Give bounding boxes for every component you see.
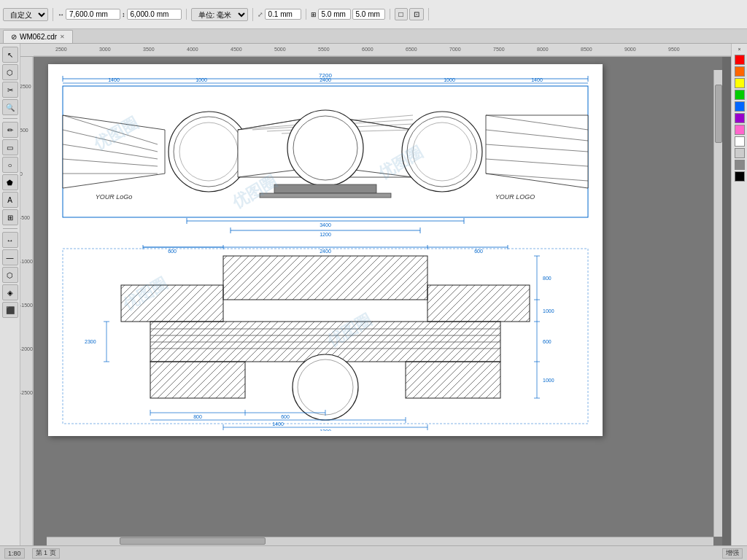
top-elevation-drawing: 7200 1400 1000 2400 1000 1400 <box>55 71 595 239</box>
nudge-input[interactable] <box>265 9 301 20</box>
text-tool[interactable]: A <box>2 192 18 208</box>
svg-text:1200: 1200 <box>320 429 331 431</box>
svg-text:800: 800 <box>193 414 202 419</box>
tab-close-icon[interactable]: ✕ <box>60 34 65 40</box>
width-input[interactable] <box>66 9 120 20</box>
svg-text:6500: 6500 <box>406 47 417 52</box>
color-red[interactable] <box>735 55 745 65</box>
svg-text:2400: 2400 <box>320 249 331 254</box>
svg-text:5500: 5500 <box>318 47 330 52</box>
table-tool[interactable]: ⊞ <box>2 209 18 225</box>
svg-text:YOUR LOGO: YOUR LOGO <box>495 193 535 201</box>
vertical-scrollbar[interactable] <box>713 70 722 537</box>
blend-tool[interactable]: ⬡ <box>2 267 18 283</box>
svg-text:5000: 5000 <box>274 47 286 52</box>
svg-point-48 <box>169 112 249 192</box>
svg-text:YOUR LoGo: YOUR LoGo <box>96 193 133 201</box>
color-blue[interactable] <box>735 101 745 112</box>
misc-btn1[interactable]: □ <box>395 8 408 20</box>
svg-text:1000: 1000 <box>543 378 554 383</box>
parallel-dim-tool[interactable]: ↔ <box>2 232 18 248</box>
document-page: 优图圈 优图圈 优图圈 优图圈 优图圈 7200 1400 <box>48 64 603 436</box>
svg-rect-99 <box>223 256 427 300</box>
crop-tool[interactable]: ✂ <box>2 82 18 98</box>
svg-point-63 <box>402 112 482 192</box>
main-area: ↖ ⬡ ✂ 🔍 ✏ ▭ ○ ⬟ A ⊞ ↔ — ⬡ ◈ ⬛ 2500 3000 <box>0 44 747 545</box>
height-input[interactable] <box>127 9 182 20</box>
tab-label: WM062.cdr <box>20 33 57 41</box>
status-page: 第 1 页 <box>32 548 60 559</box>
toolbar-group-dims2: ⊞ <box>311 9 390 20</box>
color-black[interactable] <box>735 171 745 182</box>
toolbar-group-unit: 单位: 毫米 <box>191 8 253 21</box>
svg-text:7000: 7000 <box>449 47 461 52</box>
freehand-tool[interactable]: ✏ <box>2 122 18 138</box>
svg-text:-1500: -1500 <box>20 303 33 308</box>
misc-btn2[interactable]: ⊡ <box>409 8 424 20</box>
tab-wm062[interactable]: ⊘ WM062.cdr ✕ <box>3 30 73 43</box>
color-pink[interactable] <box>735 125 745 135</box>
svg-text:-2000: -2000 <box>20 346 33 351</box>
view-mode: 增强 <box>726 548 739 558</box>
svg-text:1000: 1000 <box>196 77 207 82</box>
svg-text:3400: 3400 <box>320 222 331 228</box>
svg-text:2500: 2500 <box>20 84 31 89</box>
svg-rect-108 <box>406 362 500 398</box>
fill-tool[interactable]: ◈ <box>2 284 18 300</box>
color-white[interactable] <box>735 136 745 147</box>
color-gray[interactable] <box>735 160 745 170</box>
toolbar-group-zoom: 自定义 <box>3 8 53 21</box>
svg-text:6000: 6000 <box>362 47 374 52</box>
main-toolbar: 自定义 ↔ ↕ 单位: 毫米 ⤢ ⊞ □ ⊡ <box>0 0 747 29</box>
svg-text:8000: 8000 <box>537 47 549 52</box>
svg-text:2500: 2500 <box>55 47 67 52</box>
color-orange[interactable] <box>735 66 745 77</box>
svg-text:1400: 1400 <box>108 77 120 82</box>
svg-text:-1000: -1000 <box>20 259 33 264</box>
svg-text:9000: 9000 <box>624 47 636 52</box>
rectangle-tool[interactable]: ▭ <box>2 139 18 155</box>
canvas-area[interactable]: 2500 3000 3500 4000 4500 5000 5500 6000 … <box>20 44 731 545</box>
color-yellow[interactable] <box>735 78 745 88</box>
svg-rect-100 <box>121 285 223 322</box>
horizontal-scrollbar[interactable] <box>47 537 713 545</box>
svg-text:4000: 4000 <box>187 47 198 52</box>
svg-text:4500: 4500 <box>231 47 242 52</box>
polygon-tool[interactable]: ⬟ <box>2 174 18 190</box>
connector-tool[interactable]: — <box>2 249 18 265</box>
svg-text:500: 500 <box>20 128 28 133</box>
color-purple[interactable] <box>735 113 745 123</box>
svg-text:1000: 1000 <box>444 77 455 82</box>
zoom-tool[interactable]: 🔍 <box>2 99 18 115</box>
smart-fill[interactable]: ⬛ <box>2 302 18 318</box>
svg-text:3500: 3500 <box>143 47 155 52</box>
dim2-input[interactable] <box>352 9 385 20</box>
svg-rect-74 <box>274 184 376 193</box>
svg-text:1400: 1400 <box>272 421 284 427</box>
svg-text:1400: 1400 <box>531 77 543 82</box>
left-toolbox: ↖ ⬡ ✂ 🔍 ✏ ▭ ○ ⬟ A ⊞ ↔ — ⬡ ◈ ⬛ <box>0 44 20 545</box>
canvas-content[interactable]: 优图圈 优图圈 优图圈 优图圈 优图圈 7200 1400 <box>34 57 722 545</box>
svg-text:1200: 1200 <box>320 232 331 237</box>
status-bar: 1:80 第 1 页 增强 <box>0 545 747 560</box>
shape-tool[interactable]: ⬡ <box>2 64 18 80</box>
svg-text:-500: -500 <box>20 215 30 220</box>
svg-point-61 <box>287 110 363 186</box>
svg-text:8500: 8500 <box>581 47 592 52</box>
dim1-input[interactable] <box>318 9 351 20</box>
pointer-tool[interactable]: ↖ <box>2 47 18 63</box>
right-color-panel: × <box>731 44 747 545</box>
color-green[interactable] <box>735 90 745 100</box>
svg-rect-75 <box>260 193 391 198</box>
tab-bar: ⊘ WM062.cdr ✕ <box>0 29 747 44</box>
svg-text:9500: 9500 <box>668 47 680 52</box>
zoom-select[interactable]: 自定义 <box>3 8 48 21</box>
svg-text:800: 800 <box>543 276 551 281</box>
color-lightgray[interactable] <box>735 148 745 158</box>
svg-text:2400: 2400 <box>320 77 331 82</box>
status-mode: 增强 <box>722 548 743 559</box>
color-panel-label: × <box>738 47 740 52</box>
zoom-level: 1:80 <box>8 550 21 557</box>
ellipse-tool[interactable]: ○ <box>2 157 18 173</box>
unit-select[interactable]: 单位: 毫米 <box>191 8 248 21</box>
